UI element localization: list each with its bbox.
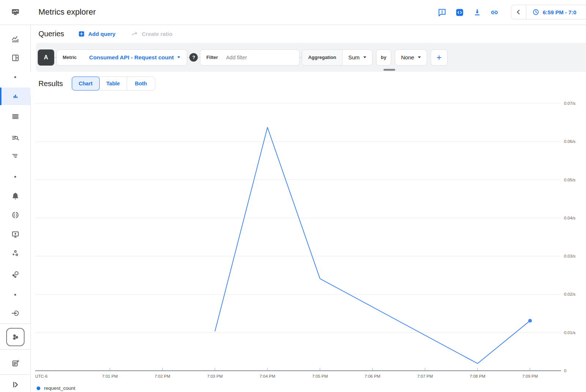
collapse-time-panel-button[interactable]: [511, 5, 526, 19]
uptime-monitor-icon: [11, 230, 20, 239]
query-letter-badge: A: [38, 49, 54, 66]
sidebar-item-trace[interactable]: [0, 148, 30, 165]
queries-title: Queries: [38, 30, 64, 38]
bell-icon: [11, 192, 20, 200]
insights-icon: [11, 35, 20, 44]
bar-chart-icon: [11, 92, 20, 101]
tab-both[interactable]: Both: [127, 77, 155, 90]
dot-icon: [14, 294, 16, 296]
clock-icon: [532, 8, 539, 16]
chart-legend[interactable]: request_count: [37, 385, 75, 391]
search-list-icon: [11, 134, 20, 143]
monitoring-logo-icon: [11, 8, 20, 16]
monitoring-logo[interactable]: [0, 3, 30, 21]
notes-add-icon: [11, 359, 20, 368]
sidebar-divider: [0, 349, 30, 350]
dashboard-icon: [11, 53, 20, 62]
metric-value: Consumed API - Request count: [89, 54, 174, 61]
dot-icon: [14, 176, 16, 178]
sidebar-item-search-logs[interactable]: [0, 129, 30, 147]
svg-text:7:05 PM: 7:05 PM: [312, 374, 328, 378]
add-aggregation-button[interactable]: +: [431, 49, 448, 66]
aggregation-value: Sum: [348, 54, 360, 60]
results-section-header: Results Chart Table Both: [30, 72, 586, 95]
tab-table[interactable]: Table: [99, 77, 127, 90]
sidebar-item-release-notes[interactable]: [0, 355, 30, 372]
sidebar-item-metrics-explorer[interactable]: [0, 88, 30, 105]
feedback-button[interactable]: [438, 8, 446, 17]
create-ratio-icon: [131, 30, 138, 38]
svg-text:0.01/s: 0.01/s: [564, 330, 576, 335]
sidebar-item-uptime-checks[interactable]: [0, 226, 30, 243]
trace-icon: [11, 152, 20, 161]
legend-series-label: request_count: [44, 385, 75, 391]
hexagons-box: [6, 328, 25, 346]
list-icon: [11, 112, 20, 121]
code-button[interactable]: [455, 8, 464, 17]
svg-text:0.05/s: 0.05/s: [564, 178, 576, 182]
time-range-selector: 6:59 PM - 7:0: [511, 5, 586, 19]
sidebar-item-more-3[interactable]: [0, 286, 30, 303]
sidebar-item-alerting[interactable]: [0, 187, 30, 205]
aggregation-dropdown[interactable]: Aggregation Sum: [302, 49, 372, 66]
metrics-explorer-app: {}: [0, 0, 586, 392]
create-ratio-label: Create ratio: [142, 31, 172, 37]
expand-icon: [11, 380, 20, 389]
svg-text:0.04/s: 0.04/s: [564, 216, 576, 220]
sidebar-item-insights[interactable]: [0, 30, 30, 48]
filter-label: Filter: [206, 55, 218, 60]
add-query-button[interactable]: Add query: [78, 30, 115, 37]
query-builder-bar: A Metric Consumed API - Request count ? …: [36, 43, 586, 72]
sidebar-item-groups[interactable]: [0, 245, 30, 262]
chevron-left-icon: [515, 8, 523, 16]
add-query-label: Add query: [88, 31, 115, 37]
integration-arrow-icon: [11, 309, 20, 318]
download-button[interactable]: [473, 8, 482, 17]
group-by-dropdown[interactable]: None: [395, 49, 427, 66]
sidebar-item-more-1[interactable]: [0, 68, 30, 86]
time-range-label: 6:59 PM - 7:0: [543, 9, 576, 15]
svg-text:7:06 PM: 7:06 PM: [365, 374, 381, 378]
sidebar-item-more-2[interactable]: [0, 168, 30, 185]
sidebar-item-integrations[interactable]: [0, 304, 30, 322]
download-icon: [473, 8, 482, 17]
filter-input[interactable]: Filter Add filter: [200, 49, 300, 66]
svg-text:7:07 PM: 7:07 PM: [417, 374, 433, 378]
sidebar-item-kubernetes[interactable]: [0, 327, 30, 347]
sidebar-item-dashboards[interactable]: [0, 49, 30, 67]
svg-text:0: 0: [564, 369, 566, 373]
tab-chart[interactable]: Chart: [72, 77, 100, 90]
resize-drag-handle[interactable]: [383, 69, 395, 71]
sidebar: {}: [0, 0, 31, 392]
add-query-plus-icon: [78, 30, 85, 37]
braces-circle-icon: {}: [11, 211, 20, 219]
svg-text:7:03 PM: 7:03 PM: [207, 374, 223, 378]
by-label: by: [381, 55, 386, 60]
caret-down-icon: [418, 56, 421, 58]
time-range-button[interactable]: 6:59 PM - 7:0: [526, 8, 576, 16]
queries-section-header: Queries Add query Create ratio: [30, 25, 586, 42]
link-button[interactable]: [490, 8, 499, 17]
sidebar-item-error-reporting[interactable]: {}: [0, 206, 30, 224]
svg-text:7:08 PM: 7:08 PM: [470, 374, 485, 378]
svg-text:7:04 PM: 7:04 PM: [260, 374, 275, 378]
sidebar-expand-button[interactable]: [0, 376, 30, 392]
bubble-chart-icon: [11, 270, 20, 279]
sidebar-item-list[interactable]: [0, 108, 30, 125]
metric-dropdown[interactable]: Metric Consumed API - Request count: [56, 49, 187, 66]
svg-text:7:09 PM: 7:09 PM: [522, 374, 538, 378]
dot-icon: [14, 76, 16, 78]
sidebar-divider: [0, 374, 30, 375]
help-button[interactable]: ?: [189, 53, 198, 62]
header: Metrics explorer: [30, 0, 586, 25]
svg-text:0.06/s: 0.06/s: [564, 139, 576, 144]
filter-placeholder: Add filter: [226, 55, 247, 60]
sidebar-item-slo[interactable]: [0, 266, 30, 284]
create-ratio-button[interactable]: Create ratio: [131, 30, 172, 38]
svg-text:UTC-6: UTC-6: [35, 374, 48, 378]
metric-label: Metric: [63, 55, 77, 60]
code-icon: [455, 8, 464, 17]
link-icon: [490, 8, 499, 17]
svg-text:0.07/s: 0.07/s: [564, 101, 576, 106]
sidebar-divider: [0, 323, 30, 324]
